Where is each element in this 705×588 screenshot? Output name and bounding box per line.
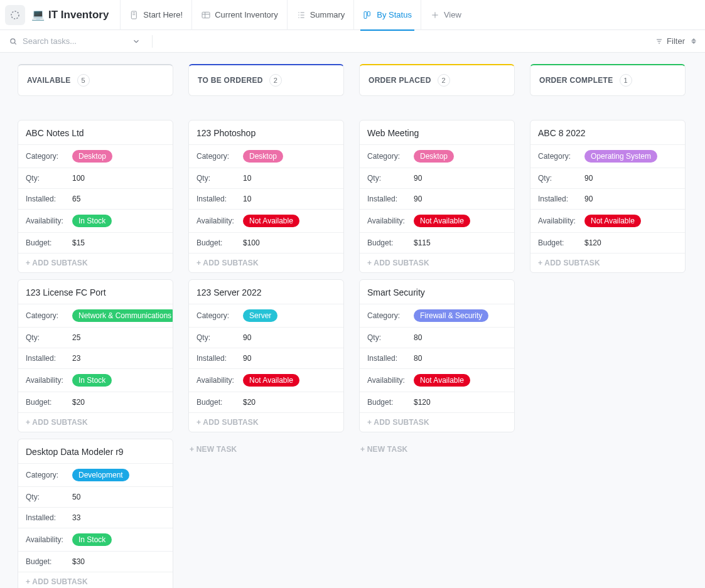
- tab-label: By Status: [377, 10, 412, 19]
- column-header-order-complete[interactable]: ORDER COMPLETE 1: [530, 64, 686, 96]
- add-subtask-button[interactable]: + ADD SUBTASK: [18, 253, 173, 272]
- card[interactable]: ABC 8 2022 Category:Operating System Qty…: [530, 120, 686, 273]
- field-label: Qty:: [196, 174, 243, 183]
- row-installed: Installed:90: [530, 188, 685, 209]
- card[interactable]: 123 Server 2022 Category:Server Qty:90 I…: [188, 279, 344, 432]
- availability-pill[interactable]: Not Available: [414, 374, 470, 387]
- category-pill[interactable]: Desktop: [414, 150, 454, 163]
- availability-pill[interactable]: Not Available: [584, 215, 641, 227]
- tab-current-inventory[interactable]: Current Inventory: [191, 0, 286, 30]
- category-pill[interactable]: Operating System: [584, 150, 657, 163]
- settings-loading-icon: [9, 9, 21, 21]
- row-budget: Budget:$120: [530, 232, 685, 253]
- doc-icon: [129, 10, 139, 20]
- plus-icon: [430, 10, 440, 20]
- column-header-available[interactable]: AVAILABLE 5: [18, 64, 173, 96]
- page-title[interactable]: 💻 IT Inventory: [31, 8, 109, 21]
- field-label: Installed:: [196, 354, 243, 363]
- category-pill[interactable]: Development: [72, 469, 129, 481]
- add-subtask-button[interactable]: + ADD SUBTASK: [189, 253, 343, 272]
- search-icon: [9, 37, 18, 46]
- add-subtask-button[interactable]: + ADD SUBTASK: [189, 412, 343, 432]
- row-availability: Availability:Not Available: [189, 209, 343, 232]
- column-to-be-ordered: TO BE ORDERED 2 123 Photoshop Category:D…: [188, 64, 344, 460]
- availability-pill[interactable]: In Stock: [72, 215, 112, 227]
- column-header-to-be-ordered[interactable]: TO BE ORDERED 2: [188, 64, 344, 96]
- field-label: Budget:: [26, 398, 72, 407]
- field-label: Installed:: [26, 195, 72, 203]
- tab-by-status[interactable]: By Status: [353, 0, 421, 30]
- field-value: 90: [414, 174, 422, 183]
- field-value: 10: [243, 174, 251, 183]
- column-header-order-placed[interactable]: ORDER PLACED 2: [359, 64, 515, 96]
- card[interactable]: Web Meeting Category:Desktop Qty:90 Inst…: [359, 120, 515, 273]
- tab-summary[interactable]: Summary: [287, 0, 354, 30]
- tab-add-view[interactable]: View: [421, 0, 470, 30]
- chevron-down-icon[interactable]: [132, 37, 141, 46]
- add-subtask-button[interactable]: + ADD SUBTASK: [18, 412, 173, 432]
- field-label: Installed:: [196, 195, 243, 203]
- field-label: Availability:: [26, 535, 72, 544]
- row-availability: Availability:Not Available: [530, 209, 685, 232]
- filter-button[interactable]: Filter: [655, 36, 705, 46]
- field-value: 33: [72, 513, 80, 522]
- availability-pill[interactable]: Not Available: [414, 215, 470, 227]
- row-budget: Budget:$30: [18, 551, 173, 572]
- kanban-board: AVAILABLE 5 ABC Notes Ltd Category:Deskt…: [0, 53, 705, 588]
- search-input[interactable]: [23, 36, 123, 46]
- availability-pill[interactable]: In Stock: [72, 533, 112, 546]
- card-title: ABC Notes Ltd: [18, 120, 173, 144]
- availability-pill[interactable]: In Stock: [72, 374, 112, 387]
- field-label: Category:: [196, 152, 243, 161]
- add-subtask-button[interactable]: + ADD SUBTASK: [360, 253, 514, 272]
- field-value: 23: [72, 354, 80, 363]
- field-value: 80: [414, 333, 422, 342]
- category-pill[interactable]: Firewall & Security: [414, 309, 488, 322]
- category-pill[interactable]: Desktop: [72, 150, 112, 163]
- field-label: Availability:: [367, 376, 414, 385]
- add-subtask-button[interactable]: + ADD SUBTASK: [360, 412, 514, 432]
- search-box[interactable]: [9, 35, 153, 48]
- tab-start-here[interactable]: Start Here!: [120, 0, 191, 30]
- row-budget: Budget:$100: [189, 232, 343, 253]
- field-label: Availability:: [367, 216, 414, 225]
- add-subtask-button[interactable]: + ADD SUBTASK: [18, 572, 173, 588]
- card[interactable]: 123 License FC Port Category:Network & C…: [18, 279, 173, 432]
- card[interactable]: 123 Photoshop Category:Desktop Qty:10 In…: [188, 120, 344, 273]
- category-pill[interactable]: Network & Communications: [72, 309, 173, 322]
- field-label: Installed:: [367, 354, 414, 363]
- category-pill[interactable]: Server: [243, 309, 277, 322]
- row-availability: Availability:Not Available: [189, 368, 343, 392]
- field-label: Category:: [538, 152, 584, 161]
- field-value: 50: [72, 493, 80, 501]
- sort-updown-icon[interactable]: [691, 38, 697, 44]
- field-label: Installed:: [367, 195, 414, 203]
- field-label: Installed:: [26, 354, 72, 363]
- card-title: 123 License FC Port: [18, 280, 173, 304]
- row-qty: Qty:80: [360, 327, 514, 348]
- filter-icon: [655, 38, 663, 45]
- field-value: $120: [414, 398, 431, 407]
- category-pill[interactable]: Desktop: [243, 150, 283, 163]
- card-title: Smart Security: [360, 280, 514, 304]
- column-order-complete: ORDER COMPLETE 1 ABC 8 2022 Category:Ope…: [530, 64, 686, 279]
- list-icon: [296, 10, 306, 20]
- availability-pill[interactable]: Not Available: [243, 374, 299, 387]
- new-task-button[interactable]: + NEW TASK: [188, 439, 344, 460]
- workspace-settings-button[interactable]: [5, 5, 25, 25]
- add-subtask-button[interactable]: + ADD SUBTASK: [530, 253, 685, 272]
- field-value: 100: [72, 174, 85, 183]
- card-title: ABC 8 2022: [530, 120, 685, 144]
- card[interactable]: Desktop Data Modeler r9 Category:Develop…: [18, 439, 173, 588]
- column-title: AVAILABLE: [27, 76, 71, 85]
- field-value: 90: [414, 195, 422, 203]
- availability-pill[interactable]: Not Available: [243, 215, 299, 227]
- field-value: $20: [243, 398, 256, 407]
- tab-label: View: [444, 10, 461, 19]
- row-budget: Budget:$20: [189, 392, 343, 412]
- column-available: AVAILABLE 5 ABC Notes Ltd Category:Deskt…: [18, 64, 173, 588]
- card-title: 123 Photoshop: [189, 120, 343, 144]
- card[interactable]: ABC Notes Ltd Category:Desktop Qty:100 I…: [18, 120, 173, 273]
- card[interactable]: Smart Security Category:Firewall & Secur…: [359, 279, 515, 432]
- new-task-button[interactable]: + NEW TASK: [359, 439, 515, 460]
